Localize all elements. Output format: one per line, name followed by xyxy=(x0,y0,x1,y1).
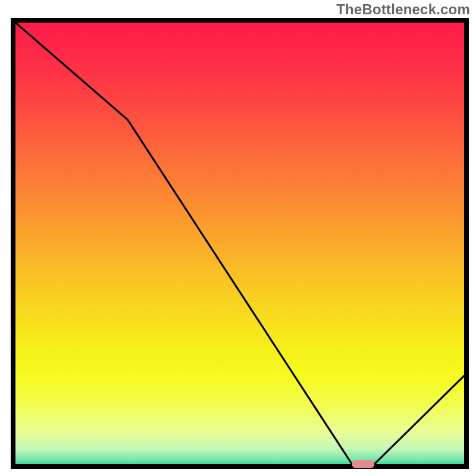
chart-stage: TheBottleneck.com xyxy=(0,0,476,476)
optimal-range-marker xyxy=(352,460,375,468)
plot-background xyxy=(13,20,466,466)
bottleneck-chart xyxy=(0,0,476,476)
